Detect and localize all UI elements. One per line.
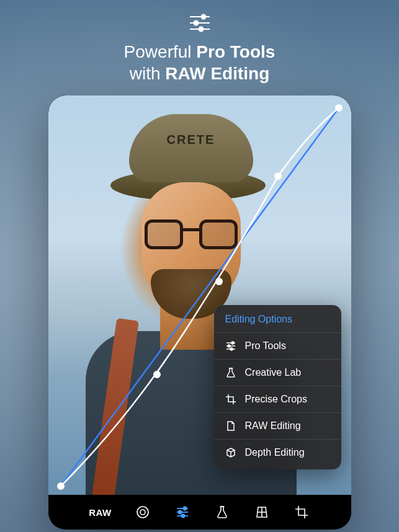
glasses-bridge bbox=[183, 228, 199, 231]
glasses-lens-left bbox=[145, 219, 183, 249]
svg-point-7 bbox=[231, 342, 234, 344]
popup-title: Editing Options bbox=[214, 314, 341, 332]
toolbar-crop-button[interactable] bbox=[293, 503, 310, 521]
popup-item-label: Creative Lab bbox=[245, 367, 302, 378]
svg-point-17 bbox=[183, 507, 186, 510]
popup-item-raw-editing[interactable]: RAW Editing bbox=[214, 412, 341, 439]
svg-point-9 bbox=[228, 345, 230, 347]
popup-item-label: Pro Tools bbox=[245, 340, 286, 352]
svg-point-1 bbox=[201, 15, 205, 19]
sliders-icon bbox=[225, 340, 236, 352]
headline-line2-light: with bbox=[130, 64, 166, 83]
toolbar-aperture-button[interactable] bbox=[134, 503, 151, 521]
headline-line1-light: Powerful bbox=[124, 42, 197, 61]
svg-point-21 bbox=[181, 515, 184, 518]
editing-options-popup: Editing Options Pro Tools bbox=[214, 305, 341, 469]
glasses-lens-right bbox=[199, 219, 238, 249]
popup-item-label: Precise Crops bbox=[245, 394, 307, 405]
flask-icon bbox=[215, 505, 229, 519]
toolbar-flask-button[interactable] bbox=[213, 503, 231, 521]
photo-cap bbox=[129, 114, 253, 182]
sliders-icon bbox=[187, 12, 212, 36]
flask-icon bbox=[225, 367, 236, 378]
crop-icon bbox=[294, 505, 309, 520]
popup-item-label: Depth Editing bbox=[245, 447, 305, 458]
popup-item-pro-tools[interactable]: Pro Tools bbox=[214, 332, 341, 359]
sliders-icon bbox=[175, 505, 190, 520]
svg-point-19 bbox=[178, 511, 181, 514]
headline: Powerful Pro Tools with RAW Editing bbox=[124, 41, 276, 84]
popup-item-label: RAW Editing bbox=[245, 420, 301, 432]
svg-point-15 bbox=[140, 510, 145, 515]
headline-line2-bold: RAW Editing bbox=[165, 64, 269, 83]
device-frame: Editing Options Pro Tools bbox=[48, 95, 351, 530]
svg-point-3 bbox=[194, 21, 198, 25]
file-icon bbox=[225, 420, 236, 432]
toolbar-perspective-button[interactable] bbox=[253, 503, 271, 521]
popup-item-precise-crops[interactable]: Precise Crops bbox=[214, 386, 341, 412]
svg-point-5 bbox=[199, 27, 203, 32]
content-wrapper: Powerful Pro Tools with RAW Editing bbox=[0, 0, 399, 532]
headline-line1-bold: Pro Tools bbox=[196, 42, 275, 61]
perspective-icon bbox=[254, 505, 269, 520]
aperture-icon bbox=[135, 505, 150, 520]
toolbar-sliders-button[interactable] bbox=[174, 503, 191, 521]
svg-point-11 bbox=[230, 348, 233, 350]
bottom-toolbar: RAW bbox=[48, 495, 351, 530]
photo-glasses bbox=[145, 219, 238, 250]
popup-item-creative-lab[interactable]: Creative Lab bbox=[214, 359, 341, 386]
cube-icon bbox=[225, 447, 236, 458]
popup-item-depth-editing[interactable]: Depth Editing bbox=[214, 439, 341, 466]
crop-icon bbox=[225, 394, 236, 405]
toolbar-raw-button[interactable]: RAW bbox=[89, 503, 112, 521]
